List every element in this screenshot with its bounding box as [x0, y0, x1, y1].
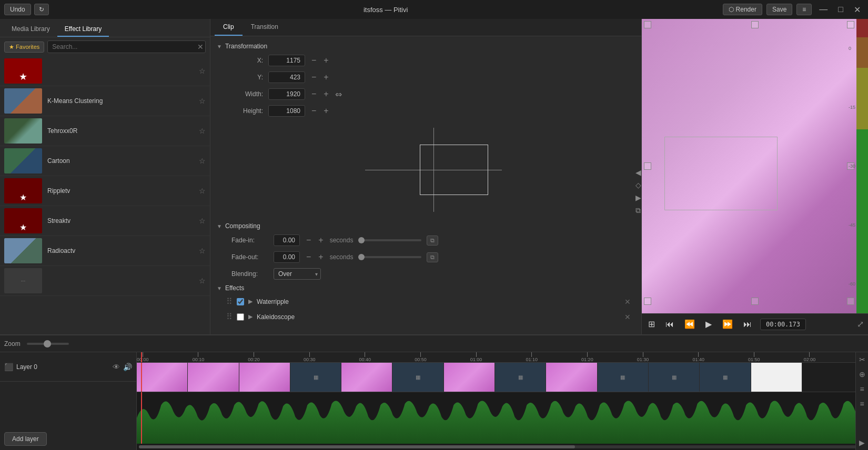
redo-button[interactable]: ↻: [34, 4, 49, 15]
clip-block[interactable]: [341, 363, 392, 392]
kaleidoscope-enabled-checkbox[interactable]: [237, 313, 244, 321]
add-button[interactable]: ⊕: [858, 369, 866, 380]
fade-out-increase[interactable]: +: [317, 252, 324, 262]
height-decrease-button[interactable]: −: [310, 106, 317, 116]
fade-out-slider[interactable]: [358, 256, 421, 258]
fast-forward-button[interactable]: ⏩: [720, 317, 735, 331]
save-button[interactable]: Save: [766, 4, 792, 15]
clip-block[interactable]: [546, 363, 597, 392]
width-decrease-button[interactable]: −: [310, 89, 317, 99]
clip-block[interactable]: [444, 363, 495, 392]
fade-out-thumb[interactable]: [358, 254, 365, 260]
list-item[interactable]: Tehroxx0R ☆: [0, 116, 210, 146]
remove-kaleidoscope-button[interactable]: ✕: [624, 313, 631, 321]
list-item[interactable]: ☆: [0, 56, 210, 86]
zoom-slider[interactable]: [27, 343, 69, 345]
x-increase-button[interactable]: +: [322, 56, 329, 65]
blending-select[interactable]: Over Add Multiply Screen: [274, 268, 321, 280]
fullscreen-button[interactable]: ⤢: [857, 319, 864, 329]
list-item[interactable]: Radioactv ☆: [0, 236, 210, 266]
zoom-thumb[interactable]: [44, 340, 51, 347]
handle-mid-left[interactable]: [644, 162, 651, 170]
fade-in-slider[interactable]: [358, 239, 421, 241]
menu-button[interactable]: ≡: [796, 4, 812, 15]
playhead[interactable]: [141, 352, 142, 362]
clear-search-button[interactable]: ✕: [197, 43, 204, 51]
favorite-star[interactable]: ☆: [199, 67, 206, 75]
undo-button[interactable]: Undo: [4, 4, 31, 15]
effect-expand-arrow[interactable]: ▶: [248, 298, 253, 305]
handle-bottom-left[interactable]: [644, 298, 651, 305]
clip-block[interactable]: [239, 363, 290, 392]
clip-block[interactable]: [188, 363, 239, 392]
fade-in-decrease[interactable]: −: [305, 236, 312, 245]
favorite-star[interactable]: ☆: [199, 127, 206, 135]
clip-block[interactable]: [137, 363, 188, 392]
fade-in-value[interactable]: 0.00: [274, 234, 300, 246]
compositing-section-header[interactable]: ▼ Compositing: [210, 220, 641, 232]
list-item[interactable]: K-Means Clustering ☆: [0, 86, 210, 116]
effects-section-header[interactable]: ▼ Effects: [210, 282, 641, 294]
width-increase-button[interactable]: +: [322, 89, 329, 99]
add-layer-button[interactable]: Add layer: [4, 432, 47, 446]
height-value[interactable]: 1080: [268, 105, 305, 117]
rewind-button[interactable]: ⏪: [682, 317, 697, 331]
fade-in-increase[interactable]: +: [317, 236, 324, 245]
favorite-star[interactable]: ☆: [199, 277, 206, 285]
favorite-star[interactable]: ☆: [199, 247, 206, 255]
fade-out-value[interactable]: 0.00: [274, 251, 300, 263]
y-value[interactable]: 423: [268, 71, 305, 83]
clip-block[interactable]: ▦: [290, 363, 341, 392]
tab-media-library[interactable]: Media Library: [4, 22, 57, 37]
drag-handle-icon[interactable]: ⠿: [226, 312, 233, 322]
copy-keyframe-button[interactable]: ⧉: [635, 206, 641, 215]
drag-handle-icon[interactable]: ⠿: [226, 296, 233, 306]
audio-icon[interactable]: 🔊: [123, 363, 132, 371]
scrollbar-thumb[interactable]: [139, 445, 575, 448]
effect-expand-arrow[interactable]: ▶: [248, 313, 253, 320]
tab-transition[interactable]: Transition: [243, 19, 287, 36]
tab-clip[interactable]: Clip: [215, 19, 243, 36]
search-input[interactable]: [47, 40, 206, 53]
handle-top-center[interactable]: [751, 21, 759, 28]
layer-tool-1[interactable]: ≡: [859, 384, 865, 394]
cut-tool-button[interactable]: ✂: [858, 354, 866, 365]
clip-block[interactable]: ▦: [700, 363, 751, 392]
x-value[interactable]: 1175: [268, 55, 305, 66]
clip-block[interactable]: ▦: [392, 363, 443, 392]
video-track[interactable]: ▦ ▦ ▦ ▦ ▦: [137, 363, 868, 392]
skip-to-end-button[interactable]: ⏭: [741, 318, 754, 331]
next-keyframe-button[interactable]: ▶: [635, 193, 641, 202]
fade-out-copy-button[interactable]: ⧉: [427, 252, 438, 262]
expand-button[interactable]: ▶: [858, 437, 866, 448]
list-item[interactable]: ★ Streaktv ☆: [0, 206, 210, 236]
clip-block[interactable]: [751, 363, 802, 392]
link-dimensions-icon[interactable]: ⇔: [335, 89, 342, 99]
eye-icon[interactable]: 👁: [113, 363, 120, 371]
waterripple-enabled-checkbox[interactable]: [237, 298, 244, 305]
x-decrease-button[interactable]: −: [310, 56, 317, 65]
layer-tool-2[interactable]: ≡: [859, 398, 865, 409]
prev-keyframe-button[interactable]: ◀: [635, 168, 641, 177]
list-item[interactable]: ··· ☆: [0, 266, 210, 296]
maximize-button[interactable]: □: [835, 4, 846, 15]
audio-track[interactable]: [137, 392, 868, 444]
favorites-button[interactable]: ★ Favorites: [4, 42, 44, 53]
clip-block[interactable]: ▦: [598, 363, 649, 392]
play-button[interactable]: ▶: [703, 317, 714, 331]
fade-in-copy-button[interactable]: ⧉: [427, 236, 438, 246]
handle-top-left[interactable]: [644, 21, 651, 28]
grid-view-button[interactable]: ⊞: [646, 317, 657, 331]
render-button[interactable]: ⬡ Render: [723, 4, 762, 15]
clip-block[interactable]: ▦: [495, 363, 546, 392]
handle-bottom-center[interactable]: [751, 298, 759, 305]
scrollbar-track[interactable]: [139, 445, 866, 448]
tab-effect-library[interactable]: Effect Library: [57, 22, 109, 37]
height-increase-button[interactable]: +: [322, 106, 329, 116]
favorite-star[interactable]: ☆: [199, 97, 206, 105]
favorite-star[interactable]: ☆: [199, 187, 206, 195]
favorite-star[interactable]: ☆: [199, 157, 206, 165]
list-item[interactable]: ★ Rippletv ☆: [0, 176, 210, 206]
fade-in-thumb[interactable]: [358, 237, 365, 243]
transform-rect[interactable]: [420, 145, 488, 195]
